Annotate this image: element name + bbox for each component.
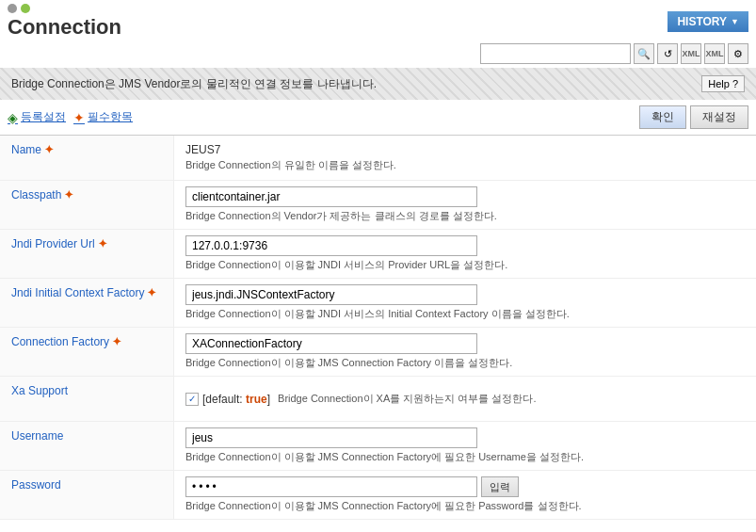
content-jndi-context: Bridge Connection이 이용할 JNDI 서비스의 Initial… (174, 279, 756, 327)
name-hint: Bridge Connection의 유일한 이름을 설정한다. (185, 158, 745, 172)
form-row-username: Username Bridge Connection이 이용할 JMS Conn… (0, 422, 756, 471)
form-row-jndi-context: Jndi Initial Context Factory ✦ Bridge Co… (0, 279, 756, 328)
jndi-url-hint: Bridge Connection이 이용할 JNDI 서비스의 Provide… (185, 258, 745, 272)
username-input[interactable] (185, 427, 477, 448)
reset-button[interactable]: 재설정 (690, 105, 748, 129)
classpath-input[interactable] (185, 186, 477, 207)
search-bar: 🔍 ↺ XML XML ⚙ (0, 40, 756, 68)
label-jndi-url: Jndi Provider Url ✦ (0, 230, 174, 278)
content-xa-support: ✓ [default: true] Bridge Connection이 XA를… (174, 377, 756, 421)
settings-icon: ⚙ (733, 48, 743, 60)
required-star-connection-factory: ✦ (112, 335, 121, 348)
refresh-button[interactable]: ↺ (657, 43, 678, 64)
password-input-button[interactable]: 입력 (481, 476, 519, 497)
xml-icon-1: XML (683, 49, 700, 58)
info-banner-text: Bridge Connection은 JMS Vendor로의 물리적인 연결 … (11, 76, 377, 92)
tab-bar: ◈ 등록설정 ✦ 필수항목 확인 재설정 (0, 100, 756, 136)
history-button[interactable]: HISTORY ▼ (668, 11, 748, 32)
settings-button[interactable]: ⚙ (728, 43, 748, 64)
help-label: Help (708, 78, 730, 89)
tab-basic-label: 등록설정 (21, 109, 66, 125)
password-hint: Bridge Connection이 이용할 JMS Connection Fa… (185, 499, 745, 513)
xa-support-hint: Bridge Connection이 XA를 지원하는지 여부를 설정한다. (278, 392, 536, 406)
tabs: ◈ 등록설정 ✦ 필수항목 (8, 109, 133, 125)
password-row: 입력 (185, 476, 745, 497)
form-row-jndi-url: Jndi Provider Url ✦ Bridge Connection이 이… (0, 230, 756, 279)
required-star-jndi-url: ✦ (98, 237, 107, 250)
confirm-button[interactable]: 확인 (639, 105, 686, 129)
label-jndi-context: Jndi Initial Context Factory ✦ (0, 279, 174, 327)
status-dot-gray (8, 4, 17, 13)
help-icon: ? (732, 78, 738, 89)
content-connection-factory: Bridge Connection이 이용할 JMS Connection Fa… (174, 328, 756, 376)
search-icon: 🔍 (637, 48, 651, 60)
classpath-hint: Bridge Connection의 Vendor가 제공하는 클래스의 경로를… (185, 209, 745, 223)
form-row-connection-factory: Connection Factory ✦ Bridge Connection이 … (0, 328, 756, 377)
form-row-classpath: Classpath ✦ Bridge Connection의 Vendor가 제… (0, 181, 756, 230)
password-input[interactable] (185, 476, 477, 497)
label-username: Username (0, 422, 174, 470)
name-value: JEUS7 (185, 143, 745, 156)
xml-button-1[interactable]: XML (681, 43, 701, 64)
content-username: Bridge Connection이 이용할 JMS Connection Fa… (174, 422, 756, 470)
username-hint: Bridge Connection이 이용할 JMS Connection Fa… (185, 450, 745, 464)
xml-button-2[interactable]: XML (704, 43, 725, 64)
connection-factory-input[interactable] (185, 333, 477, 354)
jndi-url-input[interactable] (185, 235, 477, 256)
tab-basic-icon: ◈ (8, 110, 18, 125)
jndi-context-input[interactable] (185, 284, 477, 305)
info-banner: Bridge Connection은 JMS Vendor로의 물리적인 연결 … (0, 68, 756, 100)
tab-required-icon: ✦ (73, 110, 85, 125)
content-jndi-url: Bridge Connection이 이용할 JNDI 서비스의 Provide… (174, 230, 756, 278)
form-row-password: Password 입력 Bridge Connection이 이용할 JMS C… (0, 471, 756, 520)
label-classpath: Classpath ✦ (0, 181, 174, 229)
xa-support-checkbox[interactable]: ✓ (185, 393, 199, 406)
search-button[interactable]: 🔍 (634, 43, 654, 64)
search-input[interactable] (480, 43, 631, 64)
label-password: Password (0, 471, 174, 519)
page-title: Connection (8, 15, 121, 40)
history-dropdown-arrow: ▼ (731, 17, 739, 26)
content-password: 입력 Bridge Connection이 이용할 JMS Connection… (174, 471, 756, 519)
help-button[interactable]: Help ? (701, 75, 745, 92)
tab-required[interactable]: ✦ 필수항목 (73, 109, 133, 125)
jndi-context-hint: Bridge Connection이 이용할 JNDI 서비스의 Initial… (185, 307, 745, 321)
connection-factory-hint: Bridge Connection이 이용할 JMS Connection Fa… (185, 356, 745, 370)
form-row-xa-support: Xa Support ✓ [default: true] Bridge Conn… (0, 377, 756, 422)
form-area: Name ✦ JEUS7 Bridge Connection의 유일한 이름을 … (0, 136, 756, 520)
required-star-jndi-context: ✦ (147, 286, 156, 299)
label-xa-support: Xa Support (0, 377, 174, 421)
tab-required-label: 필수항목 (88, 109, 133, 125)
required-star-classpath: ✦ (64, 188, 73, 202)
required-star-name: ✦ (44, 143, 54, 156)
status-dot-green (21, 4, 30, 13)
label-connection-factory: Connection Factory ✦ (0, 328, 174, 376)
refresh-icon: ↺ (664, 48, 672, 60)
tab-basic[interactable]: ◈ 등록설정 (8, 109, 66, 125)
content-classpath: Bridge Connection의 Vendor가 제공하는 클래스의 경로를… (174, 181, 756, 229)
xa-checkbox-row: ✓ [default: true] Bridge Connection이 XA를… (185, 392, 745, 406)
history-label: HISTORY (677, 15, 727, 28)
label-name: Name ✦ (0, 136, 174, 180)
form-row-name: Name ✦ JEUS7 Bridge Connection의 유일한 이름을 … (0, 136, 756, 181)
tab-actions: 확인 재설정 (639, 105, 748, 129)
xml-icon-2: XML (706, 49, 724, 58)
content-name: JEUS7 Bridge Connection의 유일한 이름을 설정한다. (174, 136, 756, 180)
xa-default-text: [default: true] (202, 393, 270, 406)
